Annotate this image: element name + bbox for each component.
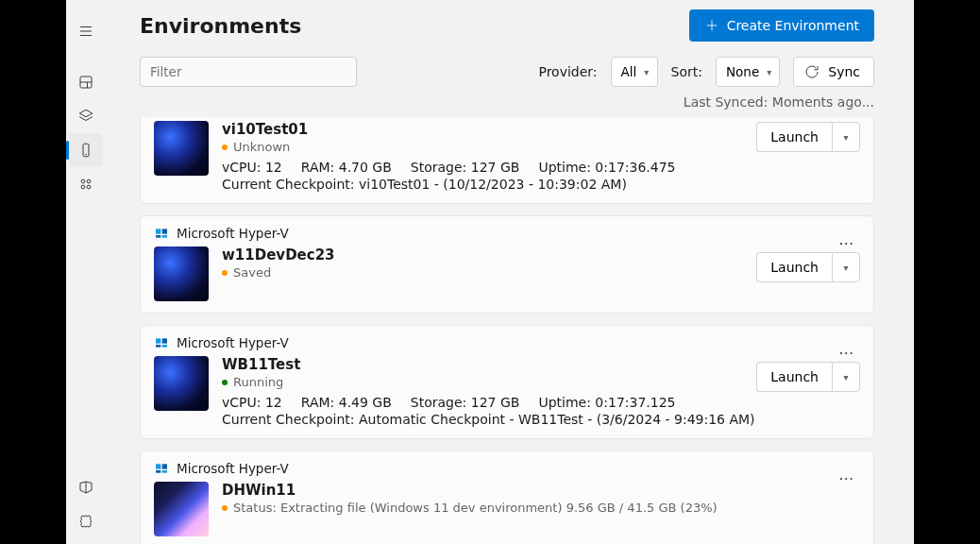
uptime-value: 0:17:36.475: [595, 160, 675, 175]
storage-value: 127 GB: [471, 395, 520, 410]
launch-dropdown-button[interactable]: ▾: [832, 362, 860, 392]
status-dot-icon: [222, 270, 228, 276]
svg-point-9: [81, 179, 85, 183]
environments-icon[interactable]: [69, 133, 103, 167]
chevron-down-icon: ▾: [843, 263, 848, 273]
svg-point-11: [81, 185, 85, 189]
svg-rect-18: [162, 235, 167, 238]
environment-status: Running: [233, 375, 283, 389]
checkpoint-value: vi10Test01 - (10/12/2023 - 10:39:02 AM): [359, 177, 627, 192]
environment-thumbnail: [154, 246, 209, 301]
sort-label: Sort:: [671, 64, 702, 79]
status-dot-icon: [222, 144, 228, 150]
last-synced-text: Last Synced: Moments ago...: [106, 91, 914, 117]
chevron-down-icon: ▾: [843, 372, 848, 382]
provider-label: Provider:: [538, 64, 597, 79]
svg-rect-24: [162, 464, 167, 468]
chevron-down-icon: ▾: [644, 67, 649, 77]
sync-label: Sync: [828, 64, 860, 79]
svg-rect-15: [156, 229, 161, 233]
launch-button[interactable]: Launch: [756, 122, 832, 152]
more-button[interactable]: …: [834, 335, 860, 362]
hyperv-icon: [154, 335, 169, 350]
status-dot-icon: [222, 505, 228, 511]
svg-rect-17: [156, 235, 161, 238]
environment-thumbnail: [154, 356, 209, 411]
svg-point-10: [87, 179, 91, 183]
svg-rect-20: [162, 338, 167, 343]
menu-icon[interactable]: [69, 14, 103, 48]
provider-dropdown[interactable]: All ▾: [611, 57, 658, 87]
checkpoint-value: Automatic Checkpoint - WB11Test - (3/6/2…: [359, 412, 755, 427]
launch-button[interactable]: Launch: [756, 252, 832, 282]
ram-value: 4.49 GB: [339, 395, 392, 410]
uptime-label: Uptime:: [538, 395, 590, 410]
more-button[interactable]: …: [834, 461, 860, 487]
svg-rect-16: [162, 229, 167, 233]
uptime-value: 0:17:37.125: [595, 395, 675, 410]
environment-status: Status: Extracting file (Windows 11 dev …: [233, 501, 718, 515]
storage-label: Storage:: [411, 395, 467, 410]
hyperv-icon: [154, 461, 169, 476]
environment-thumbnail: [154, 482, 209, 536]
provider-name: Microsoft Hyper-V: [177, 335, 289, 350]
vcpu-value: 12: [265, 160, 282, 175]
extensions-icon[interactable]: [69, 167, 103, 201]
chevron-down-icon: ▾: [843, 132, 848, 143]
provider-value: All: [621, 64, 637, 79]
launch-dropdown-button[interactable]: ▾: [832, 252, 860, 282]
svg-point-12: [87, 185, 91, 189]
checkpoint-label: Current Checkpoint:: [222, 412, 355, 427]
layers-icon[interactable]: [69, 99, 103, 133]
sync-button[interactable]: Sync: [793, 57, 874, 87]
page-title: Environments: [140, 14, 301, 38]
environment-thumbnail: [154, 121, 209, 176]
vcpu-label: vCPU:: [222, 395, 261, 410]
feedback-icon[interactable]: [69, 470, 103, 504]
more-button[interactable]: …: [834, 226, 860, 252]
uptime-label: Uptime:: [538, 160, 590, 175]
provider-name: Microsoft Hyper-V: [177, 226, 289, 241]
dashboard-icon[interactable]: [69, 65, 103, 99]
environment-status: Saved: [233, 265, 271, 280]
launch-dropdown-button[interactable]: ▾: [832, 122, 860, 152]
sidebar: [66, 0, 106, 544]
chevron-down-icon: ▾: [767, 67, 771, 77]
vcpu-label: vCPU:: [222, 160, 261, 175]
filter-input[interactable]: [140, 57, 357, 87]
provider-name: Microsoft Hyper-V: [177, 461, 289, 476]
environment-card: Microsoft Hyper-V … w11DevDec23 Saved La…: [140, 215, 874, 314]
environment-card: Microsoft Hyper-V … WB11Test Running vCP…: [140, 325, 874, 439]
environment-card: vi10Test01 Unknown vCPU: 12 RAM: 4.70 GB…: [140, 117, 874, 204]
vcpu-value: 12: [265, 395, 282, 410]
svg-rect-21: [156, 345, 161, 348]
hyperv-icon: [154, 226, 169, 241]
status-dot-icon: [222, 380, 228, 385]
environment-card: Microsoft Hyper-V … DHWin11 Status: Extr…: [140, 450, 874, 544]
storage-value: 127 GB: [471, 160, 520, 175]
sort-dropdown[interactable]: None ▾: [716, 57, 780, 87]
environment-status: Unknown: [233, 140, 290, 154]
svg-rect-26: [162, 470, 167, 473]
svg-marker-6: [79, 110, 93, 117]
environment-name: DHWin11: [222, 482, 860, 499]
settings-icon[interactable]: [69, 504, 103, 538]
svg-rect-19: [156, 338, 161, 343]
create-environment-label: Create Environment: [727, 18, 859, 33]
svg-rect-23: [156, 464, 161, 468]
ram-label: RAM:: [301, 160, 335, 175]
svg-rect-22: [162, 345, 167, 348]
ram-label: RAM:: [301, 395, 335, 410]
launch-button[interactable]: Launch: [756, 362, 832, 392]
sort-value: None: [726, 64, 759, 79]
environments-list[interactable]: vi10Test01 Unknown vCPU: 12 RAM: 4.70 GB…: [106, 117, 914, 544]
checkpoint-label: Current Checkpoint:: [222, 177, 355, 192]
svg-rect-25: [156, 470, 161, 473]
create-environment-button[interactable]: Create Environment: [689, 9, 874, 42]
storage-label: Storage:: [411, 160, 467, 175]
ram-value: 4.70 GB: [339, 160, 392, 175]
